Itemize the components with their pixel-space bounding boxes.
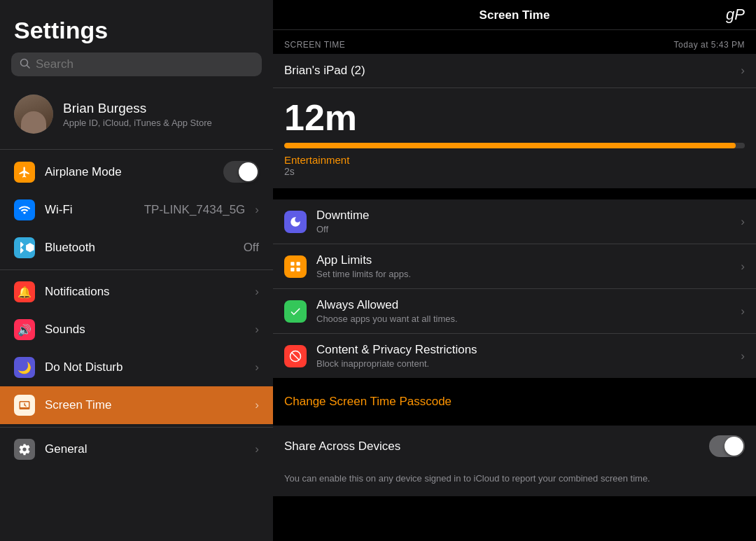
sidebar-item-screen-time[interactable]: Screen Time ›: [0, 386, 273, 424]
wifi-value: TP-LINK_7434_5G: [144, 203, 246, 217]
settings-group-connectivity: Airplane Mode Wi-Fi TP-LINK_7434_5G ›: [0, 150, 273, 269]
content-privacy-subtitle: Block inappropriate content.: [316, 358, 741, 369]
watermark: gP: [726, 6, 745, 24]
device-name: Brian's iPad (2): [284, 64, 365, 78]
content-privacy-title: Content & Privacy Restrictions: [316, 343, 741, 357]
sidebar-title: Settings: [0, 0, 273, 52]
search-icon: [20, 58, 30, 71]
main-header-title: Screen Time: [479, 8, 550, 22]
downtime-title: Downtime: [316, 209, 741, 223]
svg-rect-7: [297, 267, 300, 271]
svg-line-1: [27, 66, 30, 69]
sounds-chevron: ›: [255, 323, 259, 337]
progress-bar-fill: [284, 143, 736, 148]
profile-info: Brian Burgess Apple ID, iCloud, iTunes &…: [63, 101, 212, 128]
content-privacy-chevron: ›: [741, 349, 745, 363]
device-chevron: ›: [741, 64, 745, 78]
sidebar-item-do-not-disturb[interactable]: 🌙 Do Not Disturb ›: [0, 349, 273, 386]
device-row[interactable]: Brian's iPad (2) ›: [273, 54, 756, 88]
screen-time-card: Brian's iPad (2) › 12m Entertainment 2s: [273, 54, 756, 188]
do-not-disturb-label: Do Not Disturb: [45, 360, 245, 374]
option-content-privacy[interactable]: Content & Privacy Restrictions Block ina…: [273, 334, 756, 378]
airplane-mode-toggle[interactable]: [223, 161, 259, 183]
share-toggle[interactable]: [709, 435, 745, 457]
main-content: Screen Time gP SCREEN TIME Today at 5:43…: [273, 0, 756, 541]
search-input[interactable]: [36, 57, 253, 71]
always-allowed-subtitle: Choose apps you want at all times.: [316, 314, 741, 324]
sidebar-item-sounds[interactable]: 🔊 Sounds ›: [0, 311, 273, 349]
sidebar-item-notifications[interactable]: 🔔 Notifications ›: [0, 273, 273, 311]
svg-rect-4: [290, 262, 294, 265]
always-allowed-title: Always Allowed: [316, 298, 741, 312]
sidebar-item-wifi[interactable]: Wi-Fi TP-LINK_7434_5G ›: [0, 191, 273, 229]
wifi-chevron: ›: [255, 203, 259, 217]
time-display: 12m Entertainment 2s: [273, 88, 756, 188]
always-allowed-chevron: ›: [741, 304, 745, 318]
svg-rect-5: [297, 262, 300, 265]
downtime-text: Downtime Off: [316, 209, 741, 234]
sidebar-item-general[interactable]: General ›: [0, 430, 273, 468]
general-label: General: [45, 442, 245, 456]
bluetooth-label: Bluetooth: [45, 241, 234, 255]
sounds-label: Sounds: [45, 323, 245, 337]
sidebar-item-airplane-mode[interactable]: Airplane Mode: [0, 153, 273, 191]
usage-time: 12m: [284, 99, 745, 136]
app-limits-text: App Limits Set time limits for apps.: [316, 253, 741, 279]
wifi-label: Wi-Fi: [45, 203, 134, 217]
sidebar-item-bluetooth[interactable]: ⬢ Bluetooth Off: [0, 229, 273, 267]
content-privacy-icon: [284, 345, 307, 367]
notifications-chevron: ›: [255, 285, 259, 299]
settings-group-general: General ›: [0, 428, 273, 471]
app-limits-icon: [284, 255, 307, 278]
app-limits-title: App Limits: [316, 253, 741, 267]
notifications-icon: 🔔: [14, 281, 35, 302]
search-bar[interactable]: [11, 52, 262, 76]
content-privacy-text: Content & Privacy Restrictions Block ina…: [316, 343, 741, 369]
screen-time-label: Screen Time: [45, 398, 245, 412]
passcode-link[interactable]: Change Screen Time Passcode: [273, 384, 756, 420]
progress-bar-container: [284, 143, 745, 148]
options-section: Downtime Off › App Limits Set time limit…: [273, 199, 756, 378]
svg-line-9: [292, 352, 300, 360]
profile-row[interactable]: Brian Burgess Apple ID, iCloud, iTunes &…: [0, 85, 273, 143]
screen-time-chevron: ›: [255, 398, 259, 412]
option-downtime[interactable]: Downtime Off ›: [273, 199, 756, 244]
share-description: You can enable this on any device signed…: [273, 467, 756, 496]
do-not-disturb-chevron: ›: [255, 360, 259, 374]
screen-time-section-time: Today at 5:43 PM: [674, 40, 745, 50]
main-header: Screen Time gP: [273, 0, 756, 30]
notifications-label: Notifications: [45, 285, 245, 299]
app-limits-subtitle: Set time limits for apps.: [316, 269, 741, 279]
svg-rect-6: [290, 267, 294, 271]
share-row: Share Across Devices: [273, 426, 756, 467]
share-section: Share Across Devices You can enable this…: [273, 426, 756, 496]
profile-name: Brian Burgess: [63, 101, 212, 116]
bluetooth-icon: ⬢: [14, 237, 35, 258]
general-icon: [14, 439, 35, 460]
screen-time-icon: [14, 395, 35, 416]
do-not-disturb-icon: 🌙: [14, 357, 35, 378]
profile-subtitle: Apple ID, iCloud, iTunes & App Store: [63, 118, 212, 128]
general-chevron: ›: [255, 442, 259, 456]
always-allowed-text: Always Allowed Choose apps you want at a…: [316, 298, 741, 324]
entertainment-time: 2s: [284, 166, 745, 188]
downtime-subtitle: Off: [316, 224, 741, 234]
bluetooth-value: Off: [244, 241, 259, 255]
screen-time-section-label: SCREEN TIME: [284, 40, 345, 50]
airplane-mode-toggle-knob: [239, 162, 258, 181]
avatar: [14, 94, 53, 134]
settings-group-system: 🔔 Notifications › 🔊 Sounds › 🌙 Do Not Di…: [0, 270, 273, 427]
share-title: Share Across Devices: [284, 440, 400, 454]
downtime-icon: [284, 211, 307, 233]
share-toggle-knob: [724, 437, 743, 456]
always-allowed-icon: [284, 300, 307, 323]
entertainment-label: Entertainment: [284, 154, 745, 166]
downtime-chevron: ›: [741, 215, 745, 229]
option-app-limits[interactable]: App Limits Set time limits for apps. ›: [273, 244, 756, 289]
option-always-allowed[interactable]: Always Allowed Choose apps you want at a…: [273, 289, 756, 334]
sounds-icon: 🔊: [14, 319, 35, 340]
app-limits-chevron: ›: [741, 260, 745, 274]
airplane-mode-icon: [14, 162, 35, 183]
airplane-mode-label: Airplane Mode: [45, 165, 214, 179]
sidebar: Settings Brian Burgess Apple ID, iCloud,…: [0, 0, 273, 541]
